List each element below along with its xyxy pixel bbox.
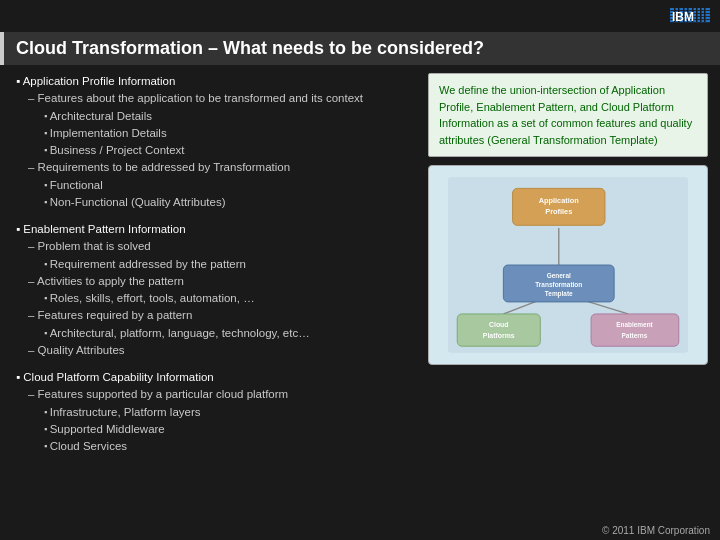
svg-text:Profiles: Profiles: [545, 207, 572, 216]
bullet-arch-platform: Architectural, platform, language, techn…: [12, 325, 416, 342]
top-bar: IBM: [0, 0, 720, 32]
app-profile-sub1: Features about the application to be tra…: [12, 90, 416, 107]
svg-text:Application: Application: [539, 196, 580, 205]
section-enablement: Enablement Pattern Information Problem t…: [12, 221, 416, 359]
bullet-business-context: Business / Project Context: [12, 142, 416, 159]
left-panel: Application Profile Information Features…: [12, 73, 416, 509]
highlight-text: We define the union-intersection of Appl…: [439, 84, 692, 146]
section-cloud-title: Cloud Platform Capability Information: [12, 369, 416, 386]
svg-text:IBM: IBM: [672, 10, 694, 24]
svg-text:Patterns: Patterns: [622, 332, 648, 339]
svg-text:Cloud: Cloud: [489, 321, 509, 328]
svg-rect-10: [696, 8, 698, 22]
title-bar: Cloud Transformation – What needs to be …: [0, 32, 720, 65]
section-app-profile-title: Application Profile Information: [12, 73, 416, 90]
footer: © 2011 IBM Corporation: [592, 521, 720, 540]
section-cloud-platform: Cloud Platform Capability Information Fe…: [12, 369, 416, 455]
enablement-sub1: Problem that is solved: [12, 238, 416, 255]
page-title: Cloud Transformation – What needs to be …: [16, 38, 708, 59]
diagram-box: Application Profiles General Transformat…: [428, 165, 708, 365]
svg-text:Template: Template: [545, 290, 573, 298]
svg-rect-28: [591, 314, 679, 346]
svg-text:Transformation: Transformation: [535, 281, 582, 288]
section-app-profile: Application Profile Information Features…: [12, 73, 416, 211]
bullet-middleware: Supported Middleware: [12, 421, 416, 438]
bullet-roles-skills: Roles, skills, effort, tools, automation…: [12, 290, 416, 307]
bullet-requirement-addressed: Requirement addressed by the pattern: [12, 256, 416, 273]
cloud-sub1: Features supported by a particular cloud…: [12, 386, 416, 403]
enablement-sub2: Activities to apply the pattern: [12, 273, 416, 290]
bullet-nonfunctional: Non-Functional (Quality Attributes): [12, 194, 416, 211]
app-profile-sub2: Requirements to be addressed by Transfor…: [12, 159, 416, 176]
svg-text:General: General: [547, 272, 571, 279]
svg-text:Enablement: Enablement: [616, 321, 653, 328]
bullet-cloud-services: Cloud Services: [12, 438, 416, 455]
bullet-infra: Infrastructure, Platform layers: [12, 404, 416, 421]
enablement-sub4: Quality Attributes: [12, 342, 416, 359]
transformation-diagram: Application Profiles General Transformat…: [448, 175, 688, 355]
bullet-architectural: Architectural Details: [12, 108, 416, 125]
section-enablement-title: Enablement Pattern Information: [12, 221, 416, 238]
ibm-logo-icon: IBM: [670, 8, 710, 24]
copyright-text: © 2011 IBM Corporation: [602, 525, 710, 536]
svg-rect-25: [457, 314, 540, 346]
highlight-box: We define the union-intersection of Appl…: [428, 73, 708, 157]
bullet-implementation: Implementation Details: [12, 125, 416, 142]
bullet-functional: Functional: [12, 177, 416, 194]
svg-rect-12: [704, 8, 706, 22]
enablement-sub3: Features required by a pattern: [12, 307, 416, 324]
svg-rect-11: [700, 8, 702, 22]
svg-text:Platforms: Platforms: [483, 332, 515, 339]
right-panel: We define the union-intersection of Appl…: [428, 73, 708, 509]
